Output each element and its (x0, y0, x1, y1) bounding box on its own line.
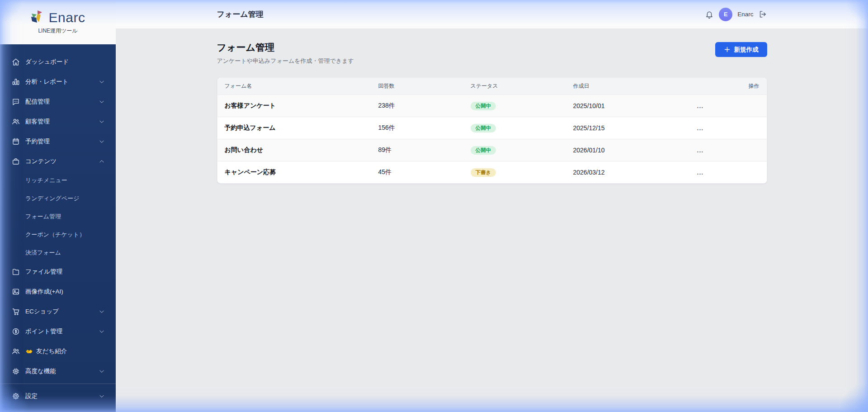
chevron-down-icon (99, 368, 105, 374)
chat-bubble-icon (12, 98, 20, 106)
sidebar-item-files[interactable]: ファイル管理 (0, 262, 116, 282)
row-actions-menu-button[interactable]: ... (697, 147, 704, 154)
chevron-down-icon (99, 99, 105, 105)
sidebar: Enarc LINE運用ツール ダッシュボード 分析・レポート 配信管理 顧客管… (0, 0, 116, 412)
sidebar-item-friend-referral[interactable]: 友だち紹介 (0, 341, 116, 361)
form-name: お客様アンケート (217, 102, 371, 110)
sidebar-item-label: 予約管理 (25, 137, 50, 146)
user-name: Enarc (737, 11, 753, 18)
table-row[interactable]: 予約申込フォーム 156件 公開中 2025/12/15 ... (217, 117, 767, 139)
column-header-status: ステータス (463, 82, 566, 90)
sidebar-subitem-rich-menu[interactable]: リッチメニュー (0, 171, 116, 189)
chevron-down-icon (99, 328, 105, 335)
row-actions-menu-button[interactable]: ... (697, 102, 704, 109)
home-icon (12, 58, 20, 66)
column-header-form-name: フォーム名 (217, 82, 371, 90)
topbar-title: フォーム管理 (217, 9, 264, 19)
sidebar-item-advanced[interactable]: 高度な機能 (0, 361, 116, 381)
create-new-button[interactable]: 新規作成 (715, 42, 767, 57)
table-row[interactable]: お問い合わせ 89件 公開中 2026/01/10 ... (217, 139, 767, 161)
sidebar-item-label: 分析・レポート (25, 78, 68, 86)
sidebar-item-label: 画像作成(+AI) (25, 288, 63, 296)
sidebar-item-label: ポイント管理 (25, 327, 62, 336)
created-date: 2026/01/10 (566, 147, 679, 154)
status-badge: 下書き (471, 168, 496, 177)
sidebar-subitem-coupon[interactable]: クーポン（チケット） (0, 226, 116, 244)
avatar[interactable]: E (719, 8, 732, 21)
page-subtitle: アンケートや申込みフォームを作成・管理できます (217, 57, 354, 65)
sidebar-item-analytics[interactable]: 分析・レポート (0, 72, 116, 92)
row-actions-menu-button[interactable]: ... (697, 169, 704, 176)
calendar-icon (12, 137, 20, 146)
image-icon (12, 288, 20, 296)
cart-icon (12, 308, 20, 316)
sidebar-item-image-creation[interactable]: 画像作成(+AI) (0, 282, 116, 302)
table-row[interactable]: お客様アンケート 238件 公開中 2025/10/01 ... (217, 95, 767, 117)
brand-tagline: LINE運用ツール (38, 27, 77, 35)
main-content: フォーム管理 アンケートや申込みフォームを作成・管理できます 新規作成 フォーム… (116, 29, 868, 412)
chevron-down-icon (99, 308, 105, 315)
briefcase-icon (12, 157, 20, 166)
form-name: 予約申込フォーム (217, 124, 371, 132)
status-badge: 公開中 (471, 102, 496, 111)
users-icon (12, 118, 20, 126)
dollar-circle-icon (12, 327, 20, 336)
chevron-down-icon (99, 79, 105, 85)
sidebar-item-ec-shop[interactable]: ECショップ (0, 302, 116, 322)
status-badge: 公開中 (471, 124, 496, 133)
sidebar-item-export[interactable]: エクスポート (0, 406, 116, 412)
sidebar-item-label: 設定 (25, 392, 38, 400)
sidebar-item-settings[interactable]: 設定 (0, 386, 116, 406)
sidebar-item-label: 顧客管理 (25, 118, 50, 126)
form-name: お問い合わせ (217, 146, 371, 154)
sidebar-item-contents[interactable]: コンテンツ (0, 152, 116, 171)
handshake-icon (25, 348, 33, 355)
users-icon (12, 347, 20, 355)
form-name: キャンペーン応募 (217, 168, 371, 176)
sidebar-item-label: ファイル管理 (25, 268, 62, 276)
folder-icon (12, 268, 20, 276)
sidebar-subitem-landing-page[interactable]: ランディングページ (0, 189, 116, 208)
brand-name: Enarc (49, 10, 85, 25)
brand-logo-block: Enarc LINE運用ツール (0, 0, 116, 44)
response-count: 156件 (371, 124, 463, 132)
notification-bell-icon[interactable] (705, 10, 714, 19)
logout-icon[interactable] (759, 10, 767, 19)
sidebar-nav: ダッシュボード 分析・レポート 配信管理 顧客管理 予約管理 コンテンツ リッチ… (0, 44, 116, 412)
sidebar-item-reservations[interactable]: 予約管理 (0, 132, 116, 152)
created-date: 2025/10/01 (566, 102, 679, 109)
plus-icon (724, 46, 731, 53)
chip-icon (12, 367, 20, 375)
chevron-down-icon (99, 138, 105, 145)
sidebar-item-customers[interactable]: 顧客管理 (0, 112, 116, 132)
row-actions-menu-button[interactable]: ... (697, 124, 704, 132)
chevron-up-icon (99, 158, 105, 165)
response-count: 45件 (371, 168, 463, 176)
forms-table: フォーム名 回答数 ステータス 作成日 操作 お客様アンケート 238件 公開中… (217, 77, 767, 184)
column-header-created: 作成日 (566, 82, 679, 90)
sidebar-subitem-payment-form[interactable]: 決済フォーム (0, 244, 116, 262)
chevron-down-icon (99, 393, 105, 399)
sidebar-item-label: 配信管理 (25, 98, 50, 106)
response-count: 238件 (371, 102, 463, 110)
bar-chart-icon (12, 78, 20, 86)
sidebar-subitem-form-management[interactable]: フォーム管理 (0, 208, 116, 226)
column-header-actions: 操作 (679, 82, 767, 90)
response-count: 89件 (371, 146, 463, 154)
sidebar-item-points[interactable]: ポイント管理 (0, 322, 116, 341)
sidebar-item-dashboard[interactable]: ダッシュボード (0, 52, 116, 72)
created-date: 2025/12/15 (566, 124, 679, 132)
table-row[interactable]: キャンペーン応募 45件 下書き 2026/03/12 ... (217, 161, 767, 183)
topbar: フォーム管理 E Enarc (116, 0, 868, 29)
sidebar-item-label: ECショップ (25, 308, 59, 316)
sidebar-item-broadcast[interactable]: 配信管理 (0, 92, 116, 112)
status-badge: 公開中 (471, 146, 496, 155)
created-date: 2026/03/12 (566, 169, 679, 176)
brand-pinwheel-icon (31, 10, 46, 25)
sidebar-item-label: コンテンツ (25, 157, 57, 166)
gear-icon (12, 392, 20, 400)
sidebar-item-label: 友だち紹介 (36, 347, 67, 355)
sidebar-item-label: ダッシュボード (25, 58, 69, 66)
sidebar-item-label: 高度な機能 (25, 367, 56, 375)
table-header-row: フォーム名 回答数 ステータス 作成日 操作 (217, 78, 767, 95)
